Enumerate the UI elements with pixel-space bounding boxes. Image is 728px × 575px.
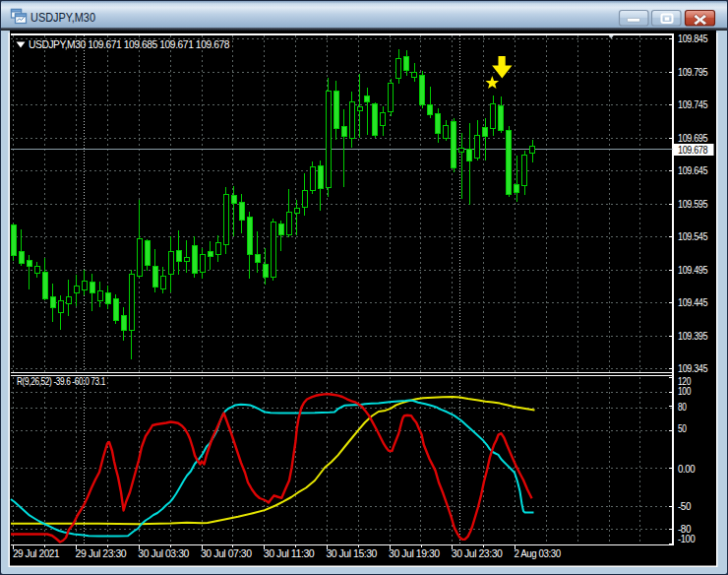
svg-text:USDJPY,M30: USDJPY,M30 — [30, 11, 95, 25]
svg-text:100: 100 — [678, 385, 691, 397]
svg-text:0.00: 0.00 — [678, 463, 696, 475]
svg-text:109.545: 109.545 — [678, 230, 708, 242]
svg-text:109.695: 109.695 — [678, 132, 708, 144]
svg-text:109.795: 109.795 — [678, 66, 708, 78]
svg-text:29 Jul 2021: 29 Jul 2021 — [13, 547, 60, 559]
svg-text:109.678: 109.678 — [678, 144, 708, 156]
svg-text:USDJPY,M30 109.671 109.685 10: USDJPY,M30 109.671 109.685 109.671 109.6… — [29, 38, 230, 50]
svg-text:109.495: 109.495 — [678, 264, 708, 276]
svg-text:-50: -50 — [678, 500, 692, 512]
svg-text:-100: -100 — [678, 533, 696, 544]
svg-text:30 Jul 23:30: 30 Jul 23:30 — [452, 547, 503, 559]
svg-text:80: 80 — [678, 401, 687, 413]
svg-text:109.745: 109.745 — [678, 98, 708, 110]
svg-text:109.445: 109.445 — [678, 296, 708, 308]
svg-text:109.395: 109.395 — [678, 330, 708, 342]
svg-text:30 Jul 15:30: 30 Jul 15:30 — [326, 547, 377, 559]
svg-text:30 Jul 11:30: 30 Jul 11:30 — [264, 547, 315, 559]
svg-text:30 Jul 19:30: 30 Jul 19:30 — [389, 547, 440, 559]
svg-text:29 Jul 23:30: 29 Jul 23:30 — [76, 547, 127, 559]
svg-text:50: 50 — [678, 422, 687, 434]
svg-text:30 Jul 03:30: 30 Jul 03:30 — [138, 547, 189, 559]
svg-text:30 Jul 07:30: 30 Jul 07:30 — [201, 547, 252, 559]
svg-text:109.845: 109.845 — [678, 32, 708, 44]
svg-text:109.595: 109.595 — [678, 198, 708, 210]
svg-text:R(9,26,52) -39.6 -60.0 73.1: R(9,26,52) -39.6 -60.0 73.1 — [17, 375, 105, 387]
svg-text:109.345: 109.345 — [678, 362, 708, 374]
svg-text:109.645: 109.645 — [678, 164, 708, 176]
svg-text:2 Aug 03:30: 2 Aug 03:30 — [515, 547, 562, 559]
